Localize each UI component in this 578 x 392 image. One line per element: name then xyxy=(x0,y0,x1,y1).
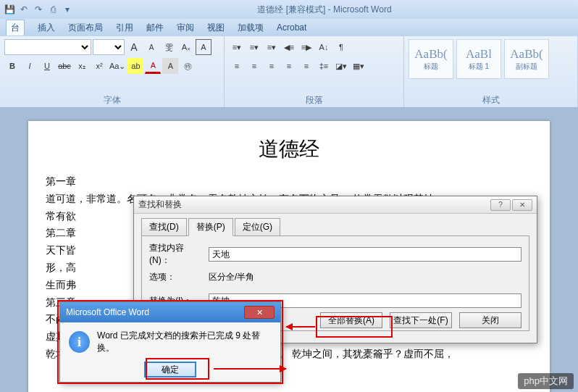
sort-button[interactable]: A↓ xyxy=(316,39,332,55)
borders-button[interactable]: ▦▾ xyxy=(351,58,367,74)
align-left-button[interactable]: ≡ xyxy=(229,58,245,74)
replace-all-button[interactable]: 全部替换(A) xyxy=(320,312,382,328)
font-color-button[interactable]: A xyxy=(145,58,161,74)
tab-find[interactable]: 查找(D) xyxy=(141,218,187,236)
font-size-select[interactable] xyxy=(93,39,125,55)
superscript-button[interactable]: x² xyxy=(91,58,107,74)
numbering-button[interactable]: ≡▾ xyxy=(246,39,262,55)
close-button[interactable]: 关闭 xyxy=(459,312,522,328)
annotation-arrow xyxy=(286,326,315,328)
bold-button[interactable]: B xyxy=(4,58,20,74)
options-label: 选项： xyxy=(149,271,204,283)
ribbon-group-paragraph: ≡▾ ≡▾ ≡▾ ◀≡ ≡▶ A↓ ¶ ≡ ≡ ≡ ≡ ≡ ‡≡ ◪▾ ▦▾ 段… xyxy=(225,36,404,107)
msg-text: Word 已完成对文档的搜索并已完成 9 处替换。 xyxy=(97,330,272,354)
ribbon-group-styles-label: 样式 xyxy=(409,94,573,107)
redo-icon[interactable]: ↷ xyxy=(32,3,45,16)
tab-mailings[interactable]: 邮件 xyxy=(146,22,164,34)
tab-replace[interactable]: 替换(P) xyxy=(188,218,233,236)
print-icon[interactable]: ⎙ xyxy=(46,3,59,16)
tab-review[interactable]: 审阅 xyxy=(177,22,194,34)
ok-button[interactable]: 确定 xyxy=(144,362,196,378)
undo-icon[interactable]: ↶ xyxy=(17,3,30,16)
shrink-font-button[interactable]: A xyxy=(143,39,159,55)
annotation-arrow xyxy=(214,368,286,370)
tab-references[interactable]: 引用 xyxy=(116,22,133,34)
enclose-char-button[interactable]: ㊕ xyxy=(180,58,196,74)
subscript-button[interactable]: x₂ xyxy=(74,58,90,74)
clear-format-button[interactable]: Aₓ xyxy=(178,39,194,55)
find-next-button[interactable]: 查找下一处(F) xyxy=(390,312,452,328)
close-icon[interactable]: ✕ xyxy=(512,199,532,211)
window-title: 道德经 [兼容模式] - Microsoft Word xyxy=(74,4,575,16)
tab-addins[interactable]: 加载项 xyxy=(238,22,264,34)
change-case-button[interactable]: Aa⌄ xyxy=(109,58,126,74)
msg-title: Microsoft Office Word xyxy=(66,307,149,317)
grow-font-button[interactable]: A xyxy=(126,39,142,55)
italic-button[interactable]: I xyxy=(22,58,38,74)
save-icon[interactable]: 💾 xyxy=(3,3,16,16)
multilevel-button[interactable]: ≡▾ xyxy=(264,39,280,55)
align-center-button[interactable]: ≡ xyxy=(246,58,262,74)
quick-access-toolbar: 💾 ↶ ↷ ⎙ ▾ xyxy=(3,3,74,16)
message-dialog: Microsoft Office Word ✕ i Word 已完成对文档的搜索… xyxy=(59,301,281,383)
ribbon-group-para-label: 段落 xyxy=(229,94,399,107)
close-icon[interactable]: ✕ xyxy=(244,306,275,319)
style-heading1[interactable]: AaBl 标题 1 xyxy=(456,39,501,79)
watermark: php中文网 xyxy=(518,373,574,389)
highlight-button[interactable]: ab xyxy=(127,58,143,74)
style-subtitle[interactable]: AaBb( 副标题 xyxy=(504,39,549,79)
titlebar: 💾 ↶ ↷ ⎙ ▾ 道德经 [兼容模式] - Microsoft Word xyxy=(0,0,578,19)
ribbon-tabs: 台 插入 页面布局 引用 邮件 审阅 视图 加载项 Acrobat xyxy=(0,19,578,36)
underline-button[interactable]: U xyxy=(39,58,55,74)
char-shading-button[interactable]: A xyxy=(162,58,178,74)
font-family-select[interactable] xyxy=(4,39,91,55)
align-distribute-button[interactable]: ≡ xyxy=(298,58,314,74)
dialog-tabs: 查找(D) 替换(P) 定位(G) xyxy=(141,218,537,236)
phonetic-button[interactable]: 雯 xyxy=(161,39,177,55)
shading-button[interactable]: ◪▾ xyxy=(333,58,349,74)
find-input[interactable] xyxy=(209,247,522,262)
tab-goto[interactable]: 定位(G) xyxy=(235,218,280,236)
decrease-indent-button[interactable]: ◀≡ xyxy=(281,39,297,55)
tab-view[interactable]: 视图 xyxy=(207,22,225,34)
style-title[interactable]: AaBb( 标题 xyxy=(409,39,453,79)
find-label: 查找内容(N)： xyxy=(149,242,204,267)
char-border-button[interactable]: A xyxy=(196,39,211,55)
tab-acrobat[interactable]: Acrobat xyxy=(277,22,306,33)
ribbon-group-font: A A 雯 Aₓ A B I U abc x₂ x² Aa⌄ ab A A ㊕ … xyxy=(0,36,225,107)
info-icon: i xyxy=(69,331,90,353)
ribbon-group-styles: AaBb( 标题 AaBl 标题 1 AaBb( 副标题 样式 xyxy=(404,36,578,107)
qat-dropdown-icon[interactable]: ▾ xyxy=(61,3,74,16)
options-value: 区分全/半角 xyxy=(209,271,254,283)
line-spacing-button[interactable]: ‡≡ xyxy=(316,58,332,74)
help-icon[interactable]: ? xyxy=(490,199,511,211)
show-marks-button[interactable]: ¶ xyxy=(333,39,349,55)
ribbon-group-font-label: 字体 xyxy=(4,94,219,107)
doc-title: 道德经 xyxy=(46,135,532,163)
msg-titlebar[interactable]: Microsoft Office Word ✕ xyxy=(60,302,280,322)
doc-line: 第一章 xyxy=(46,173,532,191)
tab-pagelayout[interactable]: 页面布局 xyxy=(68,22,103,34)
dialog-title: 查找和替换 xyxy=(138,199,489,211)
ribbon: A A 雯 Aₓ A B I U abc x₂ x² Aa⌄ ab A A ㊕ … xyxy=(0,36,578,108)
align-justify-button[interactable]: ≡ xyxy=(281,58,297,74)
dialog-titlebar[interactable]: 查找和替换 ? ✕ xyxy=(134,196,537,214)
tab-home[interactable]: 台 xyxy=(6,20,25,36)
bullets-button[interactable]: ≡▾ xyxy=(229,39,245,55)
increase-indent-button[interactable]: ≡▶ xyxy=(298,39,314,55)
align-right-button[interactable]: ≡ xyxy=(264,58,280,74)
tab-insert[interactable]: 插入 xyxy=(38,22,55,34)
strike-button[interactable]: abc xyxy=(56,58,72,74)
